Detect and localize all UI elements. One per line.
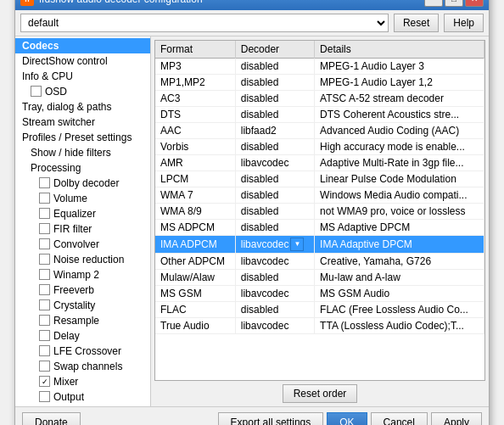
sidebar-item-6[interactable]: Profiles / Preset settings [15, 130, 150, 145]
close-button[interactable]: ✕ [465, 0, 484, 7]
sidebar-label-15: Winamp 2 [53, 269, 99, 281]
sidebar-item-9[interactable]: Dolby decoder [15, 176, 150, 191]
sidebar-item-13[interactable]: Convolver [15, 237, 150, 252]
bottom-left-buttons: Donate [22, 412, 81, 426]
sidebar-item-7[interactable]: Show / hide filters [15, 145, 150, 160]
sidebar-item-18[interactable]: Resample [15, 313, 150, 328]
table-row[interactable]: Other ADPCMlibavcodecCreative, Yamaha, G… [155, 253, 484, 269]
title-bar: ff ffdshow audio decoder configuration —… [15, 0, 489, 10]
sidebar-item-16[interactable]: Freeverb [15, 282, 150, 298]
sidebar-item-17[interactable]: Crystality [15, 298, 150, 313]
cell-format-6: AMR [155, 154, 235, 171]
sidebar-label-20: LFE Crossover [53, 345, 121, 357]
sidebar-label-13: Convolver [53, 238, 99, 250]
table-row[interactable]: WMA 7disabledWindows Media Audio compati… [155, 187, 484, 203]
reset-order-button[interactable]: Reset order [283, 384, 358, 403]
sidebar: CodecsDirectShow controlInfo & CPUOSDTra… [15, 36, 151, 406]
sidebar-checkbox-23[interactable] [39, 391, 50, 402]
sidebar-label-5: Stream switcher [22, 116, 95, 128]
sidebar-checkbox-19[interactable] [39, 330, 50, 341]
sidebar-item-11[interactable]: Equalizer [15, 206, 150, 221]
cell-details-0: MPEG-1 Audio Layer 3 [315, 58, 484, 74]
cell-decoder-1: disabled [235, 74, 314, 90]
sidebar-item-1[interactable]: DirectShow control [15, 53, 150, 69]
table-row[interactable]: AC3disabledATSC A-52 stream decoder [155, 90, 484, 106]
cell-details-1: MPEG-1 Audio Layer 1,2 [315, 74, 484, 90]
sidebar-item-20[interactable]: LFE Crossover [15, 344, 150, 359]
table-row[interactable]: DTSdisabledDTS Coherent Acoustics stre..… [155, 106, 484, 122]
sidebar-item-14[interactable]: Noise reduction [15, 252, 150, 267]
sidebar-item-3[interactable]: OSD [15, 84, 150, 99]
reset-button[interactable]: Reset [394, 14, 439, 32]
sidebar-checkbox-3[interactable] [31, 86, 42, 97]
cell-decoder-13: disabled [235, 269, 314, 285]
sidebar-checkbox-11[interactable] [39, 208, 50, 219]
sidebar-checkbox-21[interactable] [39, 361, 50, 372]
sidebar-label-7: Show / hide filters [31, 147, 111, 159]
table-row[interactable]: MS ADPCMdisabledMS Adaptive DPCM [155, 219, 484, 235]
table-row[interactable]: FLACdisabledFLAC (Free Lossless Audio Co… [155, 301, 484, 317]
table-row[interactable]: WMA 8/9disablednot WMA9 pro, voice or lo… [155, 203, 484, 219]
cell-decoder-9: disabled [235, 203, 314, 219]
sidebar-item-8[interactable]: Processing [15, 160, 150, 176]
help-button[interactable]: Help [444, 14, 484, 32]
cell-format-14: MS GSM [155, 285, 235, 301]
sidebar-item-4[interactable]: Tray, dialog & paths [15, 99, 150, 115]
cell-format-4: AAC [155, 122, 235, 138]
sidebar-checkbox-13[interactable] [39, 238, 50, 249]
cell-format-16: True Audio [155, 317, 235, 333]
sidebar-item-15[interactable]: Winamp 2 [15, 267, 150, 282]
sidebar-item-12[interactable]: FIR filter [15, 221, 150, 237]
sidebar-item-21[interactable]: Swap channels [15, 359, 150, 374]
sidebar-label-12: FIR filter [53, 223, 92, 235]
sidebar-item-19[interactable]: Delay [15, 328, 150, 344]
sidebar-item-23[interactable]: Output [15, 389, 150, 405]
sidebar-checkbox-22[interactable] [39, 376, 50, 387]
cancel-button[interactable]: Cancel [371, 412, 428, 426]
export-button[interactable]: Export all settings [218, 412, 324, 426]
cell-details-16: TTA (Lossless Audio Codec);T... [315, 317, 484, 333]
preset-select[interactable]: default [20, 14, 389, 32]
table-row[interactable]: AMRlibavcodecAdaptive Multi-Rate in 3gp … [155, 154, 484, 171]
ok-button[interactable]: OK [327, 412, 367, 426]
minimize-button[interactable]: — [424, 0, 443, 7]
sidebar-item-0[interactable]: Codecs [15, 38, 150, 53]
table-row[interactable]: MP1,MP2disabledMPEG-1 Audio Layer 1,2 [155, 74, 484, 90]
table-row[interactable]: VorbisdisabledHigh accuracy mode is enab… [155, 138, 484, 154]
sidebar-checkbox-14[interactable] [39, 254, 50, 265]
cell-format-2: AC3 [155, 90, 235, 106]
preset-bar: default Reset Help [15, 10, 489, 36]
table-row[interactable]: MS GSMlibavcodecMS GSM Audio [155, 285, 484, 301]
sidebar-label-23: Output [53, 391, 84, 403]
table-row[interactable]: True AudiolibavcodecTTA (Lossless Audio … [155, 317, 484, 333]
sidebar-item-22[interactable]: Mixer [15, 374, 150, 389]
table-row[interactable]: Mulaw/AlawdisabledMu-law and A-law [155, 269, 484, 285]
sidebar-checkbox-20[interactable] [39, 345, 50, 356]
sidebar-item-10[interactable]: Volume [15, 191, 150, 206]
decoder-dropdown-11[interactable]: ▼ [290, 238, 304, 251]
cell-details-9: not WMA9 pro, voice or lossless [315, 203, 484, 219]
sidebar-checkbox-9[interactable] [39, 177, 50, 188]
cell-format-7: LPCM [155, 171, 235, 187]
sidebar-checkbox-12[interactable] [39, 223, 50, 234]
table-row[interactable]: MP3disabledMPEG-1 Audio Layer 3 [155, 58, 484, 74]
sidebar-checkbox-18[interactable] [39, 315, 50, 326]
cell-details-7: Linear Pulse Code Modulation [315, 171, 484, 187]
table-row[interactable]: IMA ADPCMlibavcodec▼IMA Adaptive DPCM [155, 235, 484, 253]
sidebar-checkbox-15[interactable] [39, 269, 50, 280]
donate-button[interactable]: Donate [22, 412, 81, 426]
sidebar-item-5[interactable]: Stream switcher [15, 115, 150, 130]
sidebar-checkbox-16[interactable] [39, 284, 50, 295]
sidebar-label-6: Profiles / Preset settings [22, 131, 132, 143]
sidebar-checkbox-17[interactable] [39, 299, 50, 310]
cell-details-13: Mu-law and A-law [315, 269, 484, 285]
cell-decoder-3: disabled [235, 106, 314, 122]
sidebar-label-18: Resample [53, 315, 99, 327]
maximize-button[interactable]: □ [445, 0, 463, 7]
col-format: Format [155, 41, 235, 59]
table-row[interactable]: LPCMdisabledLinear Pulse Code Modulation [155, 171, 484, 187]
table-row[interactable]: AAClibfaad2Advanced Audio Coding (AAC) [155, 122, 484, 138]
sidebar-item-2[interactable]: Info & CPU [15, 69, 150, 84]
apply-button[interactable]: Apply [431, 412, 482, 426]
sidebar-checkbox-10[interactable] [39, 193, 50, 204]
